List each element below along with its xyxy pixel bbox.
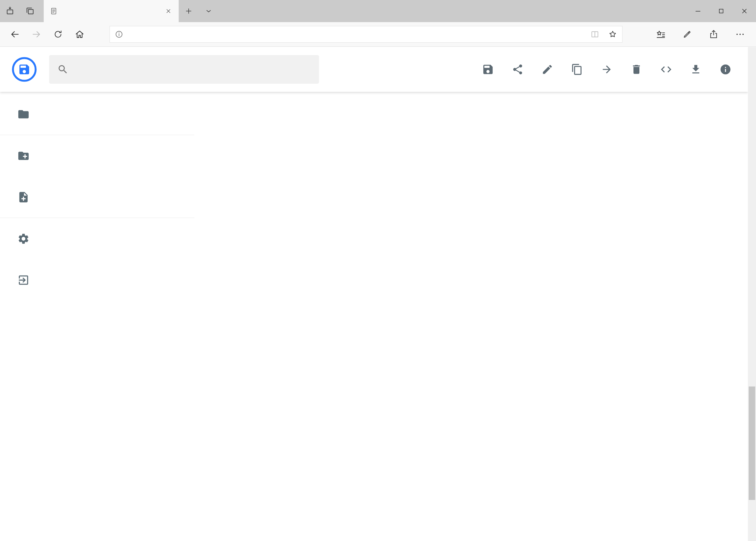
maximize-button[interactable] [710, 0, 733, 22]
sidebar-item-my-files[interactable] [0, 94, 194, 135]
tab-bar [0, 0, 756, 22]
tab-preview-toggle[interactable] [199, 0, 219, 22]
copy-icon [571, 64, 583, 75]
share-icon [512, 64, 524, 75]
hub-favorites-icon [655, 29, 666, 39]
share-button[interactable] [511, 63, 524, 76]
tab-close-button[interactable] [162, 5, 174, 17]
delete-button[interactable] [630, 63, 642, 76]
address-bar-actions [590, 30, 617, 39]
source-code-button[interactable] [660, 63, 672, 76]
edit-pencil-icon [541, 64, 553, 75]
new-file-icon [17, 191, 30, 204]
refresh-button[interactable] [49, 25, 68, 44]
site-info-icon[interactable] [115, 30, 124, 39]
home-button[interactable] [70, 25, 89, 44]
web-note-button[interactable] [678, 25, 697, 44]
scroll-down-arrow[interactable] [748, 531, 756, 540]
logout-icon [17, 274, 30, 286]
minimize-icon [694, 8, 701, 15]
copy-button[interactable] [571, 63, 583, 76]
filebrowser-logo-icon[interactable] [11, 56, 37, 82]
share-page-button[interactable] [704, 25, 723, 44]
rename-button[interactable] [541, 63, 554, 76]
scroll-up-arrow[interactable] [748, 48, 756, 57]
set-tabs-aside-button[interactable] [0, 0, 20, 22]
close-icon [741, 8, 748, 15]
trash-icon [630, 64, 642, 75]
search-icon [57, 64, 69, 75]
chevron-down-icon [205, 7, 213, 15]
filebrowser-app [0, 47, 748, 541]
forward-arrow-icon [31, 29, 42, 39]
move-button[interactable] [601, 63, 613, 76]
search-input[interactable] [76, 64, 311, 75]
info-icon [720, 64, 731, 75]
back-arrow-icon [10, 29, 20, 39]
page-icon [50, 7, 58, 15]
arrow-right-icon [601, 64, 613, 75]
plus-icon [185, 7, 193, 15]
browser-tab[interactable] [44, 0, 179, 22]
download-button[interactable] [690, 63, 702, 76]
hub-button[interactable] [651, 25, 670, 44]
reading-view-icon[interactable] [590, 30, 600, 39]
scrollbar-thumb[interactable] [749, 386, 755, 500]
save-icon [482, 63, 494, 76]
favorite-star-icon[interactable] [608, 30, 617, 39]
sidebar-item-new-folder[interactable] [0, 135, 194, 176]
maximize-icon [718, 8, 725, 15]
navigation-bar [0, 22, 756, 47]
more-menu-button[interactable] [731, 25, 750, 44]
sidebar [0, 92, 194, 541]
back-button[interactable] [5, 25, 24, 44]
pen-icon [682, 29, 692, 39]
sidebar-item-new-file[interactable] [0, 176, 194, 218]
sidebar-item-logout[interactable] [0, 259, 194, 300]
browser-actions [651, 25, 751, 44]
folder-icon [17, 108, 30, 121]
code-editor[interactable] [194, 92, 748, 541]
minimize-button[interactable] [686, 0, 710, 22]
download-icon [690, 64, 702, 75]
new-folder-icon [17, 150, 30, 162]
window-controls [686, 0, 756, 22]
search-box[interactable] [49, 55, 319, 84]
forward-button[interactable] [27, 25, 46, 44]
home-icon [75, 29, 85, 39]
file-info-button[interactable] [719, 63, 732, 76]
share-icon [708, 29, 719, 39]
save-button[interactable] [482, 63, 494, 76]
editor-toolbar [482, 63, 732, 76]
close-icon [165, 8, 172, 14]
stacked-tabs-icon [25, 6, 35, 16]
app-body [0, 92, 748, 541]
tabs-you-set-aside-button[interactable] [20, 0, 40, 22]
new-tab-button[interactable] [179, 0, 199, 22]
set-tabs-aside-icon [5, 6, 15, 16]
sidebar-item-settings[interactable] [0, 218, 194, 259]
app-header [0, 47, 748, 92]
code-brackets-icon [660, 63, 672, 76]
close-window-button[interactable] [733, 0, 756, 22]
refresh-icon [53, 29, 63, 39]
gear-icon [17, 233, 30, 245]
ellipsis-icon [735, 29, 745, 39]
address-bar[interactable] [110, 26, 623, 43]
page-scrollbar[interactable] [748, 47, 756, 541]
